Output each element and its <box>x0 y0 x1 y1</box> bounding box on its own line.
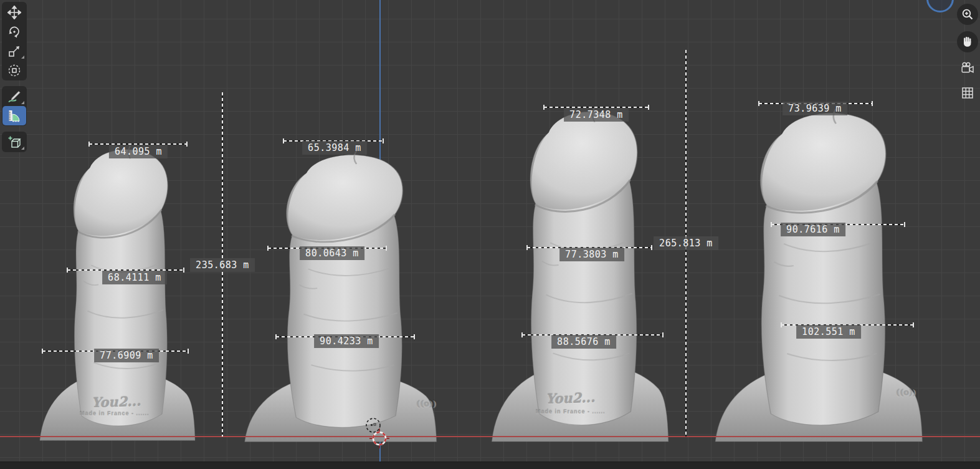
transform-tool-group <box>2 2 27 80</box>
toolbar <box>2 2 27 152</box>
measure-label-height: 265.813 m <box>654 236 718 250</box>
measure-tool-button[interactable] <box>2 106 26 125</box>
grid-ortho-button[interactable] <box>958 84 977 102</box>
annotate-measure-group <box>2 86 27 126</box>
measure-label: 90.4233 m <box>314 334 379 348</box>
zoom-button[interactable] <box>957 4 978 25</box>
model-1-base-origin: Made in France - ...... <box>80 410 150 417</box>
annotate-icon <box>7 90 21 104</box>
zoom-icon <box>961 7 974 21</box>
model-3-base-brand: You2... <box>546 390 596 407</box>
scale-tool-button[interactable] <box>2 41 26 60</box>
model-3-base-origin: Made in France - ...... <box>536 409 606 415</box>
model-4-base-logo: ((o)) <box>896 388 916 397</box>
move-icon <box>7 6 21 19</box>
cursor-3d[interactable] <box>369 428 389 448</box>
rotate-icon <box>7 25 21 39</box>
measure-label: 90.7616 m <box>781 223 845 236</box>
orbit-gizmo-partial[interactable] <box>926 0 954 12</box>
annotate-tool-button[interactable] <box>2 87 26 106</box>
measure-label-height: 235.683 m <box>190 258 255 272</box>
measure-label: 88.5676 m <box>551 335 616 349</box>
x-axis-line <box>0 436 980 437</box>
measure-icon <box>7 109 21 123</box>
measure-label: 77.6909 m <box>94 349 159 362</box>
measure-label: 65.3984 m <box>302 141 367 155</box>
grid-icon <box>960 85 975 100</box>
measure-label: 77.3803 m <box>559 248 624 261</box>
scale-icon <box>7 44 21 58</box>
add-cube-tool-button[interactable] <box>2 132 26 152</box>
model-1-base-brand: You2... <box>92 394 141 411</box>
measure-label: 72.7348 m <box>564 108 629 122</box>
add-object-group <box>2 132 27 152</box>
measure-label: 64.095 m <box>109 145 168 158</box>
add-cube-icon <box>7 135 21 149</box>
camera-view-button[interactable] <box>958 59 977 77</box>
camera-icon <box>960 60 975 75</box>
hand-icon <box>961 35 974 49</box>
rotate-tool-button[interactable] <box>2 22 26 41</box>
transform-tool-button[interactable] <box>2 60 26 80</box>
editor-bottom-edge <box>0 462 980 469</box>
pan-button[interactable] <box>957 31 978 52</box>
measure-label: 73.9639 m <box>783 102 847 115</box>
measure-label: 102.551 m <box>796 325 861 339</box>
transform-icon <box>7 64 21 77</box>
measure-label: 68.4111 m <box>102 271 167 284</box>
model-2-base-logo: ((o)) <box>416 399 437 409</box>
measure-label: 80.0643 m <box>300 246 364 260</box>
move-tool-button[interactable] <box>2 2 26 22</box>
